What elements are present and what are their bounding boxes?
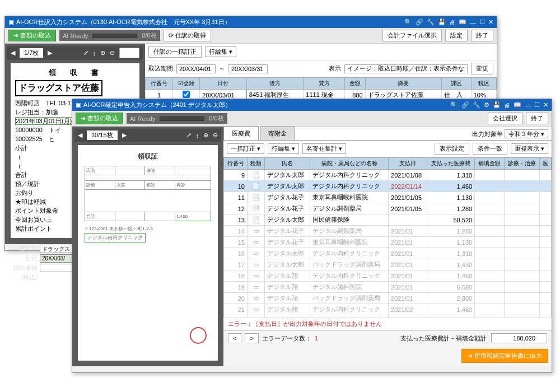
titlebar[interactable]: ▣AI-OCR仕訳入力システム（0130 AI-OCR電気株式会社 元号XX年 … — [5, 16, 497, 28]
next-error-button[interactable]: > — [245, 333, 258, 343]
zoom-in-icon[interactable]: ⊕ — [203, 132, 208, 139]
search-icon[interactable]: 🔍 — [404, 18, 412, 26]
prev-icon[interactable]: ◀ — [78, 132, 82, 139]
year-dropdown[interactable]: 令和３年分 ▾ — [505, 129, 548, 138]
prev-error-button[interactable]: < — [228, 333, 241, 343]
column-header[interactable]: 医 — [540, 158, 552, 170]
column-header[interactable]: 税区 — [471, 78, 496, 90]
column-header[interactable]: ☑登録 — [173, 78, 200, 90]
function-dropdown[interactable]: 機能 — [119, 48, 139, 58]
table-row[interactable]: 10📄デジタル太郎デジタル内科クリニック2022/01/141,460 — [224, 181, 552, 192]
import-button[interactable]: ➜ 書類の取込 — [76, 113, 123, 124]
link-icon[interactable]: 🔗 — [461, 101, 469, 109]
book-icon[interactable]: 📖 — [459, 18, 466, 26]
column-header[interactable]: 摘要 — [365, 78, 441, 90]
next-icon[interactable]: ▶ — [122, 132, 127, 139]
column-header[interactable]: 行番号 — [146, 78, 173, 90]
name-aggregate-dropdown[interactable]: 名寄せ集計 ▾ — [302, 143, 346, 154]
tool-icon[interactable]: 🔧 — [427, 18, 435, 26]
exit-button[interactable]: 終了 — [526, 113, 548, 124]
column-header[interactable]: 支払った医療費 — [427, 158, 475, 170]
period-from-input[interactable] — [176, 64, 216, 73]
column-header[interactable]: 借方 — [246, 78, 304, 90]
column-header[interactable]: 日付 — [200, 78, 247, 90]
table-row[interactable]: 18▭デジタル翔デジタル内科クリニック2021/011,460 — [224, 270, 552, 282]
column-header[interactable]: 貸方 — [304, 78, 345, 90]
search-icon[interactable]: 🔍 — [450, 101, 458, 109]
print-icon[interactable]: 🖨 — [449, 19, 455, 26]
duplicate-dropdown[interactable]: 重複表示 ▾ — [511, 143, 548, 154]
link-icon[interactable]: 🔗 — [416, 18, 423, 26]
condition-match-button[interactable]: 条件一致 — [473, 143, 507, 155]
maximize-icon[interactable]: ☐ — [534, 101, 540, 109]
print-icon[interactable]: 🖨 — [504, 102, 510, 109]
close-icon[interactable]: ✕ — [488, 18, 493, 26]
table-row[interactable]: 16▭デジタル太郎デジタル内科クリニック2021/011,310 — [224, 248, 552, 259]
table-row[interactable]: 9📄デジタル太郎デジタル内科クリニック2021/01/081,310 — [224, 170, 552, 181]
table-row[interactable]: 15▭デジタル花子東京耳鼻咽喉科医院2021/011,130 — [224, 237, 552, 248]
doc-type-icon: ▭ — [248, 248, 265, 259]
table-row[interactable]: 19▭デジタル翔デジタル歯科医院2021/016,580 — [224, 282, 552, 293]
column-header[interactable]: 金額 — [345, 78, 366, 90]
titlebar[interactable]: ▣AI-OCR確定申告入力システム（2401 デジタル太郎） 🔍🔗🔧⚙ 💾🖨📖 … — [72, 99, 552, 111]
document-preview: 領収証 氏名保険 診療入院初診再診 合計1,460 〒123-0001 東京都○… — [78, 145, 218, 361]
export-button[interactable]: ➜ 所得税確定申告書に出力 — [461, 349, 548, 363]
settings-button[interactable]: 設定 — [445, 30, 468, 41]
line-edit-dropdown[interactable]: 行編集 ▾ — [205, 46, 236, 57]
save-icon[interactable]: 💾 — [493, 101, 501, 109]
column-header[interactable]: 支払日 — [389, 158, 427, 170]
minimize-icon[interactable]: — — [525, 102, 531, 109]
batch-edit-dropdown[interactable]: 一括訂正 ▾ — [227, 143, 264, 154]
window-title: AI-OCR仕訳入力システム（0130 AI-OCR電気株式会社 元号XX年 3… — [16, 18, 231, 26]
ai-status: AI Ready — [63, 32, 88, 39]
column-header[interactable]: 病院・薬局などの名称 — [310, 158, 389, 170]
column-header[interactable]: 種類 — [248, 158, 265, 170]
period-to-input[interactable] — [228, 64, 268, 73]
page-indicator: 1/7枚 — [20, 48, 43, 58]
fit-icon[interactable]: ⤢ — [83, 49, 88, 57]
tool-icon[interactable]: 🔧 — [473, 101, 480, 109]
exit-button[interactable]: 終了 — [471, 30, 493, 41]
column-header[interactable]: 行番号 — [224, 158, 248, 170]
tab-medical[interactable]: 医療費 — [223, 127, 259, 140]
config-icon[interactable]: ⚙ — [484, 101, 489, 109]
display-filter[interactable] — [344, 64, 468, 73]
prev-icon[interactable]: ◀ — [11, 49, 15, 57]
column-header[interactable]: 補填金額 — [475, 158, 505, 170]
minimize-icon[interactable]: — — [470, 19, 476, 26]
line-edit-dropdown[interactable]: 行編集 ▾ — [268, 143, 299, 154]
next-icon[interactable]: ▶ — [48, 49, 52, 57]
batch-edit-button[interactable]: 仕訳の一括訂正 — [148, 46, 202, 58]
column-header[interactable]: 診療・治療 — [504, 158, 540, 170]
import-button[interactable]: ➜ 書類の取込 — [8, 30, 56, 41]
doc-type-icon: 📄 — [248, 203, 265, 214]
book-icon[interactable]: 📖 — [514, 101, 521, 109]
table-row[interactable]: 13📄デジタル太郎国民健康保険50,520 — [224, 214, 552, 226]
medical-expense-table: 行番号種類氏名病院・薬局などの名称支払日支払った医療費補填金額診療・治療医 9📄… — [223, 157, 552, 317]
table-row[interactable]: 14▭デジタル花子デジタル調剤薬局2021/011,280 — [224, 226, 552, 237]
rotate-icon[interactable]: ↕ — [196, 132, 199, 139]
table-row[interactable]: 11📄デジタル花子東京耳鼻咽喉科医院2021/01/051,130 — [224, 192, 552, 203]
file-select-button[interactable]: 会計ファイル選択 — [382, 30, 442, 41]
register-checkbox[interactable] — [183, 91, 190, 98]
zoom-out-icon[interactable]: ⊖ — [110, 49, 115, 57]
change-button[interactable]: 変更 — [471, 63, 493, 74]
table-row[interactable]: 17▭デジタル太郎バックドラッグ調剤薬局2021/011,430 — [224, 259, 552, 270]
zoom-in-icon[interactable]: ⊕ — [100, 49, 105, 57]
tab-donation[interactable]: 寄附金 — [260, 127, 295, 140]
zoom-out-icon[interactable]: ⊖ — [213, 132, 218, 139]
fit-icon[interactable]: ⤢ — [186, 132, 192, 139]
column-header[interactable]: 課区 — [441, 78, 471, 90]
table-row[interactable]: 12📄デジタル花子デジタル調剤薬局2021/01/051,280 — [224, 203, 552, 214]
company-select-button[interactable]: 会社選択 — [488, 113, 522, 124]
clinic-name: デジタル内科クリニック — [85, 233, 146, 242]
display-settings-button[interactable]: 表示設定 — [435, 143, 469, 155]
get-journal-button[interactable]: ⟳ 仕訳の取得 — [164, 30, 211, 41]
column-header[interactable]: 氏名 — [265, 158, 310, 170]
maximize-icon[interactable]: ☐ — [479, 18, 485, 26]
table-row[interactable]: 20▭デジタル翔バックドラッグ調剤薬局2021/012,800 — [224, 293, 552, 304]
close-icon[interactable]: ✕ — [543, 101, 548, 109]
table-row[interactable]: 21▭デジタル翔デジタル内科クリニック2021/021,460 — [224, 304, 552, 315]
save-icon[interactable]: 💾 — [438, 18, 446, 26]
rotate-icon[interactable]: ↕ — [93, 50, 96, 57]
